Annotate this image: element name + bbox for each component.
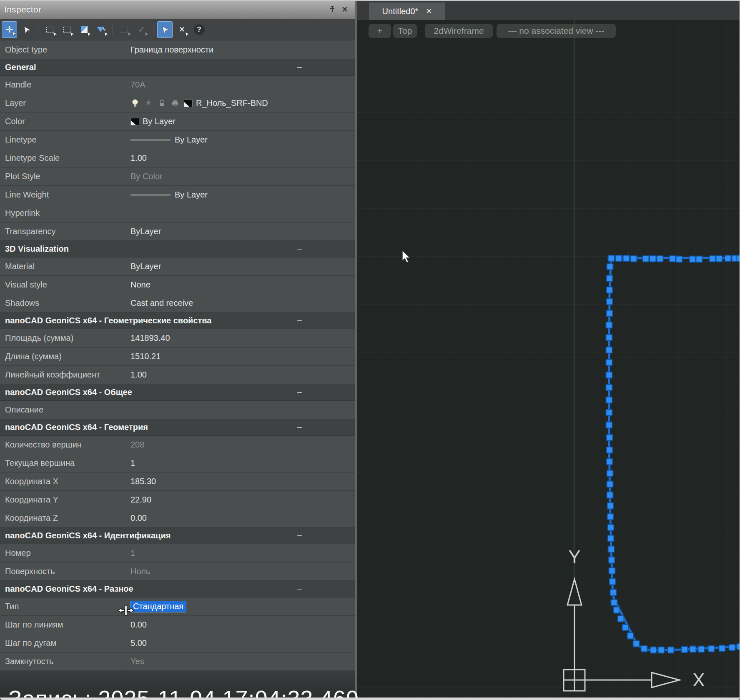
section-header[interactable]: nanoCAD GeoniCS x64 - Геометрия− [0,419,355,436]
property-row[interactable]: Шаг по линиям0.00 [0,616,355,634]
linetype-preview [130,140,171,140]
property-value[interactable]: 185.30 [126,472,355,490]
deselect-all-button[interactable]: ✕➤ [174,21,190,38]
property-row[interactable]: ЗамкнутостьYes [0,652,355,671]
collapse-icon[interactable]: − [297,528,302,544]
property-row[interactable]: Layer✳R_Ноль_SRF-BND [0,94,355,112]
section-header[interactable]: nanoCAD GeoniCS x64 - Общее− [0,384,355,401]
property-value[interactable]: By Layer [126,112,355,130]
section-header[interactable]: nanoCAD GeoniCS x64 - Идентификация− [0,528,355,544]
property-value[interactable]: 5.00 [126,634,355,652]
selection-filter-button[interactable]: ϟ➤ [93,21,109,38]
crossing-select-button[interactable]: ➤ [59,21,75,38]
property-value[interactable]: 1 [126,544,355,562]
close-icon[interactable]: ✕ [339,3,351,16]
selected-value-editor[interactable]: Стандартная [130,601,186,612]
property-row[interactable]: Описание [0,401,355,419]
section-header[interactable]: 3D Visualization− [0,241,355,258]
window-select-button[interactable]: ➤ [42,21,58,38]
property-value[interactable]: Граница поверхности [126,40,355,59]
property-row[interactable]: Координата X185.30 [0,472,355,491]
collapse-icon[interactable]: − [297,384,302,400]
property-row[interactable]: Line WeightBy Layer [0,186,355,204]
property-value[interactable]: None [126,276,355,294]
property-value[interactable]: 1.00 [126,149,355,167]
section-title: nanoCAD GeoniCS x64 - Геометрия [5,422,148,432]
confirm-selection-button[interactable]: ✓➤ [134,21,149,38]
section-header[interactable]: nanoCAD GeoniCS x64 - Геометрические сво… [0,312,355,329]
property-row[interactable]: Координата Y22.90 [0,491,355,509]
property-row[interactable]: Площадь (сумма)141893.40 [0,329,355,348]
property-value[interactable]: 0.00 [126,616,355,634]
property-value[interactable]: Cast and receive [126,294,355,312]
property-row[interactable]: Текущая вершина1 [0,454,355,472]
property-value[interactable]: 141893.40 [126,329,355,347]
property-row[interactable]: Номер1 [0,544,355,562]
quick-select-button[interactable]: ➤ [76,21,92,38]
property-value[interactable]: 0.00 [126,509,355,527]
visual-style-button[interactable]: 2dWireframe [425,24,493,38]
property-row[interactable]: Hyperlink [0,204,355,222]
property-row[interactable]: MaterialByLayer [0,258,355,276]
property-value[interactable]: 1510.21 [126,348,355,365]
property-value[interactable]: 22.90 [126,491,355,509]
tab-close-icon[interactable]: ✕ [426,7,432,16]
property-row[interactable]: Линейный коэффициент1.00 [0,366,355,384]
property-row[interactable]: Object typeГраница поверхности [0,40,355,59]
property-value[interactable]: Ноль [126,562,355,580]
pointer-select-button[interactable]: ➤ [19,21,34,38]
property-value[interactable]: 208 [126,436,355,454]
property-row[interactable]: LinetypeBy Layer [0,131,355,149]
property-row[interactable]: ShadowsCast and receive [0,294,355,312]
collapse-icon[interactable]: − [297,581,302,597]
layer-freeze-icon[interactable]: ✳ [144,99,153,108]
property-row[interactable]: ColorBy Layer [0,112,355,131]
collapse-icon[interactable]: − [297,241,302,257]
layer-plot-icon[interactable] [171,100,180,107]
property-row[interactable]: Длина (сумма)1510.21 [0,348,355,366]
property-value[interactable] [126,204,355,222]
select-similar-button[interactable]: ➤ [117,21,132,38]
associated-view-button[interactable]: --- no associated view --- [497,24,616,38]
property-value[interactable]: By Layer [126,131,355,149]
property-value[interactable]: 1 [126,454,355,472]
property-value[interactable]: By Color [126,168,355,185]
property-value[interactable]: ByLayer [126,258,355,275]
collapse-icon[interactable]: − [297,419,302,435]
viewport-menu-button[interactable]: + [369,24,391,38]
document-tab[interactable]: Untitled0* ✕ [369,2,445,20]
property-row[interactable]: ПоверхностьНоль [0,562,355,581]
property-value[interactable]: By Layer [126,186,355,204]
layer-lock-icon[interactable] [157,100,166,107]
layer-on-bulb-icon[interactable] [130,99,140,108]
property-row[interactable]: Шаг по дугам5.00 [0,634,355,652]
property-row[interactable]: Plot StyleBy Color [0,168,355,186]
property-row[interactable]: Количество вершин208 [0,436,355,454]
section-header[interactable]: General− [0,59,355,76]
add-to-selection-button[interactable]: ✛➤ [2,21,17,38]
property-row[interactable]: Visual styleNone [0,276,355,294]
property-row[interactable]: Координата Z0.00 [0,509,355,528]
property-value[interactable]: 70A [126,76,355,94]
help-button[interactable]: ? [191,21,207,38]
property-value[interactable]: Стандартная [126,598,355,615]
color-swatch[interactable] [130,118,139,125]
view-direction-button[interactable]: Top [393,24,417,38]
collapse-icon[interactable]: − [297,312,302,329]
property-row[interactable]: Handle70A [0,76,355,94]
pointer-mode-button[interactable]: ➤ [157,21,173,38]
property-value[interactable]: ✳R_Ноль_SRF-BND [126,94,355,112]
property-row[interactable]: ТипСтандартная [0,598,355,616]
collapse-icon[interactable]: − [297,59,302,75]
property-value[interactable]: 1.00 [126,366,355,384]
layer-color-swatch[interactable] [184,100,193,107]
drawing-canvas[interactable]: + Top 2dWireframe --- no associated view… [357,20,740,700]
inspector-titlebar: Inspector ✕ [0,0,355,19]
property-value[interactable]: ByLayer [126,222,355,240]
pin-icon[interactable] [326,3,339,16]
property-row[interactable]: TransparencyByLayer [0,222,355,241]
property-value[interactable] [126,401,355,419]
property-value[interactable]: Yes [126,652,355,670]
property-row[interactable]: Linetype Scale1.00 [0,149,355,168]
section-header[interactable]: nanoCAD GeoniCS x64 - Разное− [0,581,355,598]
